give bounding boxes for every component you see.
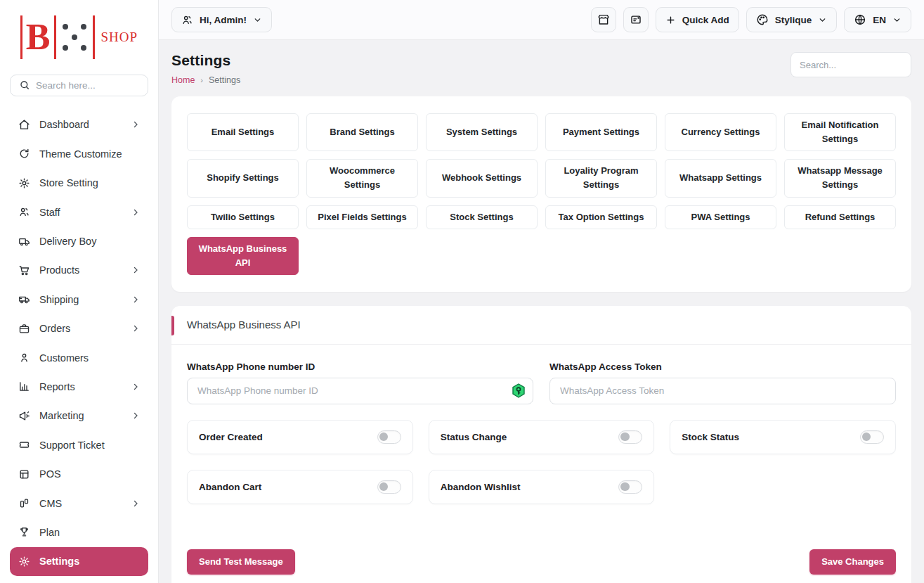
logo-bar	[54, 15, 56, 59]
theme-rotate-icon	[18, 148, 30, 160]
users-icon	[18, 206, 30, 218]
settings-tab-email-notification[interactable]: Email Notification Settings	[784, 113, 896, 151]
sidebar-item-shipping[interactable]: Shipping	[10, 285, 148, 314]
sidebar-item-pos[interactable]: POS	[10, 459, 148, 488]
sidebar-item-label: Plan	[39, 527, 60, 538]
sidebar-item-orders[interactable]: Orders	[10, 314, 148, 342]
settings-tab-whatsapp-business-api[interactable]: WhatsApp Business API	[187, 237, 299, 275]
plus-icon	[665, 15, 676, 25]
settings-tab-whatsapp[interactable]: Whatsapp Settings	[665, 159, 776, 197]
access-token-input[interactable]	[549, 378, 896, 404]
page-search-input[interactable]	[790, 52, 911, 77]
sidebar-item-label: POS	[39, 468, 61, 480]
settings-tab-stock[interactable]: Stock Settings	[426, 205, 538, 229]
sidebar-item-settings[interactable]: Settings	[10, 547, 148, 576]
admin-menu-button[interactable]: Hi, Admin!	[171, 7, 272, 32]
notification-toggles: Order Created Status Change Stock Status…	[187, 420, 896, 504]
logo-bar	[20, 15, 22, 59]
breadcrumb-home-link[interactable]: Home	[171, 75, 195, 85]
sidebar-item-cms[interactable]: CMS	[10, 489, 148, 518]
topbar-right: Quick Add Stylique EN	[591, 7, 911, 32]
pos-icon	[18, 468, 30, 480]
cart-icon	[18, 264, 30, 276]
quick-add-button[interactable]: Quick Add	[656, 7, 739, 32]
topbar: Hi, Admin! Quick Add Stylique EN	[159, 0, 924, 40]
briefcase-icon	[18, 323, 30, 335]
settings-tab-loyality-program[interactable]: Loyality Program Settings	[545, 159, 657, 197]
storefront-button[interactable]	[591, 7, 616, 32]
sidebar-search-input[interactable]	[36, 80, 139, 91]
settings-tab-tax-option[interactable]: Tax Option Settings	[545, 205, 657, 229]
chevron-down-icon	[253, 15, 262, 25]
sidebar-item-products[interactable]: Products	[10, 256, 148, 285]
status-change-toggle[interactable]	[618, 430, 642, 444]
sidebar-nav: Dashboard Theme Customize Store Setting …	[0, 103, 158, 583]
section-accent-bar	[171, 316, 174, 335]
order-created-toggle[interactable]	[377, 430, 401, 444]
gear-icon	[18, 177, 30, 189]
chevron-right-icon	[131, 295, 140, 304]
sidebar-item-support-ticket[interactable]: Support Ticket	[10, 430, 148, 459]
sidebar-item-label: Shipping	[39, 294, 79, 305]
sidebar-item-marketing[interactable]: Marketing	[10, 402, 148, 430]
settings-grid-card: Email Settings Brand Settings System Set…	[171, 96, 911, 292]
sidebar-item-customers[interactable]: Customers	[10, 343, 148, 372]
settings-tab-payment[interactable]: Payment Settings	[545, 113, 657, 151]
sidebar-item-theme-customize[interactable]: Theme Customize	[10, 139, 148, 168]
send-test-message-button[interactable]: Send Test Message	[187, 549, 295, 575]
settings-tab-shopify[interactable]: Shopify Settings	[187, 159, 299, 197]
order-created-toggle-box: Order Created	[187, 420, 413, 454]
chevron-down-icon	[892, 15, 902, 25]
settings-tab-refund[interactable]: Refund Settings	[784, 205, 896, 229]
password-key-icon[interactable]	[510, 383, 527, 399]
settings-tab-woocommerce[interactable]: Woocommerce Settings	[306, 159, 418, 197]
section-title: WhatsApp Business API	[187, 319, 301, 331]
stock-status-toggle[interactable]	[860, 430, 884, 444]
sidebar-item-delivery-boy[interactable]: Delivery Boy	[10, 226, 148, 255]
sidebar-item-store-setting[interactable]: Store Setting	[10, 169, 148, 198]
sidebar-item-plan[interactable]: Plan	[10, 518, 148, 546]
theme-select-label: Stylique	[775, 15, 812, 25]
settings-tab-pwa[interactable]: PWA Settings	[665, 205, 776, 229]
settings-tab-system[interactable]: System Settings	[426, 113, 538, 151]
settings-grid: Email Settings Brand Settings System Set…	[187, 113, 896, 275]
settings-tab-whatsapp-message[interactable]: Whatsapp Message Settings	[784, 159, 896, 197]
language-select-button[interactable]: EN	[844, 7, 911, 32]
brand-logo: B SHOP	[0, 0, 158, 73]
sidebar-item-label: Customers	[39, 352, 89, 364]
settings-tab-email[interactable]: Email Settings	[187, 113, 299, 151]
settings-tab-webhook[interactable]: Webhook Settings	[426, 159, 538, 197]
sidebar-item-label: Theme Customize	[39, 148, 122, 160]
settings-tab-twilio[interactable]: Twilio Settings	[187, 205, 299, 229]
sidebar-item-staff[interactable]: Staff	[10, 198, 148, 226]
phone-number-id-input[interactable]	[187, 378, 533, 404]
abandon-wishlist-toggle[interactable]	[618, 480, 642, 494]
sidebar-item-label: Support Ticket	[39, 440, 105, 451]
toggle-label: Abandon Wishlist	[441, 482, 521, 492]
home-icon	[18, 119, 30, 131]
logo-letter: B	[26, 21, 51, 54]
access-token-field: WhatsApp Access Token	[549, 361, 896, 404]
sidebar-item-label: Settings	[39, 556, 79, 567]
sidebar-search[interactable]	[10, 75, 148, 96]
save-changes-button[interactable]: Save Changes	[809, 549, 896, 575]
sidebar-item-label: Marketing	[39, 410, 84, 421]
chevron-right-icon: ›	[200, 76, 203, 84]
delivery-truck-icon	[18, 236, 30, 248]
globe-icon	[854, 13, 866, 26]
pos-card-button[interactable]	[623, 7, 649, 32]
bar-chart-icon	[18, 380, 30, 392]
settings-tab-pixel-fields[interactable]: Pixel Fields Settings	[306, 205, 418, 229]
shipping-truck-icon	[18, 293, 30, 305]
abandon-cart-toggle[interactable]	[377, 480, 401, 494]
breadcrumb-current: Settings	[209, 75, 240, 85]
sidebar-item-reports[interactable]: Reports	[10, 372, 148, 401]
sidebar-item-label: Products	[39, 264, 79, 276]
theme-select-button[interactable]: Stylique	[746, 7, 838, 32]
sidebar-item-dashboard[interactable]: Dashboard	[10, 110, 148, 139]
settings-tab-brand[interactable]: Brand Settings	[306, 113, 418, 151]
section-body: WhatsApp Phone number ID WhatsApp Access…	[171, 345, 911, 583]
settings-tab-currency[interactable]: Currency Settings	[665, 113, 776, 151]
search-icon	[19, 79, 30, 91]
phone-number-id-label: WhatsApp Phone number ID	[187, 361, 533, 372]
